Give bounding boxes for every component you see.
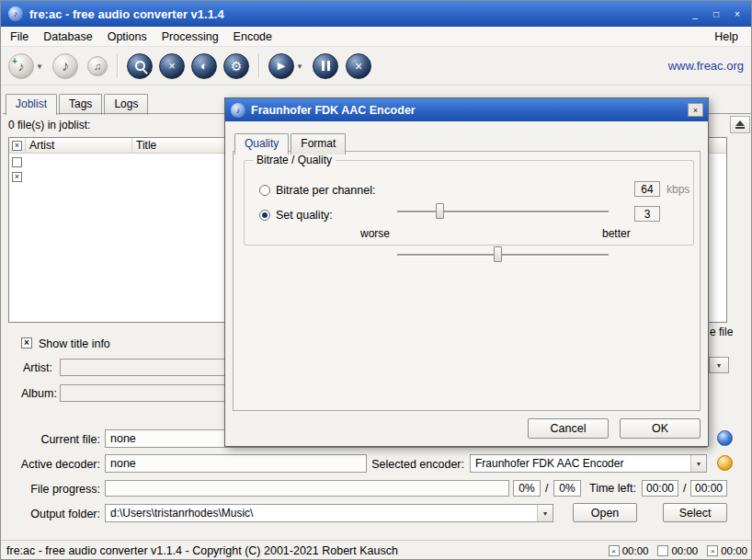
encoder-config-dialog: ♪ Fraunhofer FDK AAC Encoder × Quality F… [224, 97, 709, 447]
titlebar: ♪ fre:ac - free audio converter v1.1.4 _… [1, 1, 752, 27]
menu-file[interactable]: File [3, 28, 36, 46]
row-checkbox-checked[interactable]: × [12, 172, 22, 182]
quality-value-field: 3 [634, 206, 660, 222]
output-folder-combo[interactable]: d:\Users\tristanrhodes\Music\ ▾ [105, 504, 553, 522]
info-orb-icon[interactable] [717, 430, 733, 446]
time-icon: × [609, 545, 620, 556]
close-button[interactable]: × [729, 6, 746, 21]
select-all-checkbox[interactable]: × [12, 141, 22, 151]
eject-icon [735, 120, 745, 126]
add-cd-button[interactable]: ♫ [87, 56, 108, 76]
cddb-query-button[interactable] [127, 53, 153, 79]
status-orb-icon[interactable] [717, 455, 733, 471]
maximize-button[interactable]: □ [708, 6, 724, 21]
quality-radio-label: Set quality: [276, 209, 333, 222]
time-indicator-3[interactable]: × 00:00 [707, 545, 747, 556]
show-title-info-checkbox[interactable]: × [21, 337, 32, 349]
tab-format[interactable]: Format [291, 133, 346, 154]
bitrate-value: 64 [641, 183, 653, 196]
time-total-field: 00:00 [690, 480, 727, 497]
start-encoding-dropdown-icon[interactable]: ▾ [294, 53, 305, 79]
column-artist[interactable]: Artist [26, 138, 132, 153]
output-folder-value: d:\Users\tristanrhodes\Music\ [106, 507, 537, 520]
better-label: better [602, 227, 631, 240]
total-percent-value: 0% [559, 482, 575, 495]
dialog-tabstrip: Quality Format [234, 133, 346, 154]
note-icon: ♪ [18, 59, 25, 74]
open-button-label: Open [591, 507, 620, 520]
bitrate-unit-label: kbps [667, 183, 689, 196]
double-note-icon: ♫ [94, 61, 101, 72]
time-indicator-1[interactable]: × 00:00 [609, 545, 649, 556]
start-encoding-button[interactable]: ▶ [268, 53, 294, 79]
cancel-button-label: Cancel [551, 422, 587, 435]
quality-radio[interactable] [259, 210, 270, 221]
bitrate-slider[interactable] [397, 202, 609, 221]
statusbar: fre:ac - free audio converter v1.1.4 - C… [1, 540, 752, 560]
menu-help[interactable]: Help [707, 28, 746, 46]
menu-processing[interactable]: Processing [154, 28, 226, 46]
gear-icon: ⚙ [231, 59, 243, 74]
time-indicator-2[interactable]: 00:00 [657, 545, 698, 556]
time-icon: × [707, 545, 718, 556]
menu-options[interactable]: Options [100, 28, 154, 46]
ok-button[interactable]: OK [620, 418, 701, 439]
magnifier-icon [135, 61, 145, 71]
disc-icon: ◐ [200, 59, 208, 73]
menu-encode[interactable]: Encode [226, 28, 279, 46]
time-left-field: 00:00 [642, 480, 678, 497]
cancel-button[interactable]: Cancel [528, 418, 609, 439]
right-dropdown[interactable]: ▾ [709, 357, 729, 373]
time-total-value: 00:00 [695, 482, 723, 495]
selected-encoder-label: Selected encoder: [369, 458, 464, 471]
quality-slider-thumb[interactable] [494, 246, 502, 262]
open-button[interactable]: Open [573, 503, 637, 522]
select-all-header[interactable]: × [9, 138, 26, 153]
dialog-close-button[interactable]: × [688, 103, 703, 117]
cd-info-button[interactable]: ◐ [191, 53, 217, 79]
joblist-entry-button[interactable]: ♪ [52, 53, 78, 79]
active-decoder-label: Active decoder: [19, 458, 100, 471]
settings-button[interactable]: ⚙ [223, 53, 249, 79]
current-file-label: Current file: [19, 433, 100, 446]
pause-encoding-button[interactable] [313, 53, 338, 79]
bitrate-radio[interactable] [259, 185, 270, 196]
configure-encoder-button[interactable]: × [159, 53, 185, 79]
single-file-label-fragment: e file [710, 326, 733, 338]
eject-button[interactable] [730, 116, 750, 133]
tab-joblist[interactable]: Joblist [6, 94, 57, 115]
chevron-down-icon[interactable]: ▾ [537, 505, 553, 521]
selected-encoder-combo[interactable]: Fraunhofer FDK AAC Encoder ▾ [470, 454, 707, 473]
active-decoder-value: none [110, 457, 136, 470]
chevron-down-icon: ▾ [710, 358, 728, 372]
menu-database[interactable]: Database [36, 28, 100, 46]
time-left-value: 00:00 [646, 482, 674, 495]
stop-icon: × [355, 59, 362, 74]
file-percent-field: 0% [513, 480, 541, 497]
tab-quality[interactable]: Quality [234, 133, 289, 154]
active-decoder-field: none [105, 454, 367, 473]
tab-logs[interactable]: Logs [104, 94, 148, 115]
joblist-count-label: 0 file(s) in joblist: [8, 119, 90, 131]
file-percent-value: 0% [518, 482, 534, 495]
minimize-button[interactable]: _ [687, 6, 703, 21]
file-progress-label: File progress: [19, 483, 100, 496]
bitrate-slider-thumb[interactable] [436, 203, 444, 219]
stop-encoding-button[interactable]: × [346, 53, 371, 79]
website-link[interactable]: www.freac.org [668, 59, 744, 73]
menubar: File Database Options Processing Encode … [1, 27, 752, 47]
add-files-button[interactable]: ♪ + [8, 53, 34, 79]
bitrate-value-field: 64 [634, 181, 660, 197]
row-checkbox-unchecked[interactable] [12, 157, 22, 167]
tab-tags[interactable]: Tags [59, 94, 102, 115]
chevron-down-icon[interactable]: ▾ [690, 455, 706, 472]
quality-slider[interactable] [397, 246, 609, 264]
ok-button-label: OK [652, 422, 668, 435]
select-button[interactable]: Select [663, 503, 727, 522]
cross-tools-icon: × [168, 59, 176, 73]
add-files-dropdown-icon[interactable]: ▾ [34, 53, 45, 79]
bitrate-radio-label: Bitrate per channel: [276, 184, 375, 197]
album-label: Album: [21, 387, 57, 400]
time-value: 00:00 [721, 545, 747, 556]
app-icon: ♪ [8, 6, 23, 21]
